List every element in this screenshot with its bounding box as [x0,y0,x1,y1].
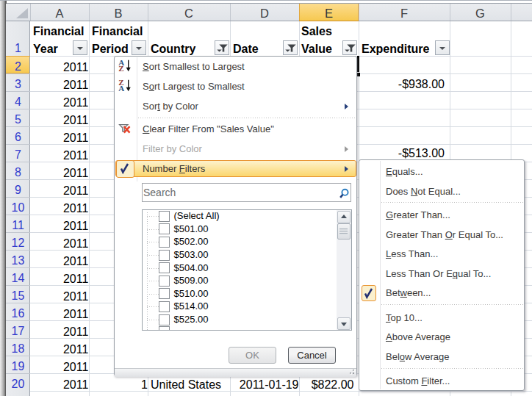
svg-text:A: A [118,84,124,93]
svg-text:Z: Z [118,64,123,73]
